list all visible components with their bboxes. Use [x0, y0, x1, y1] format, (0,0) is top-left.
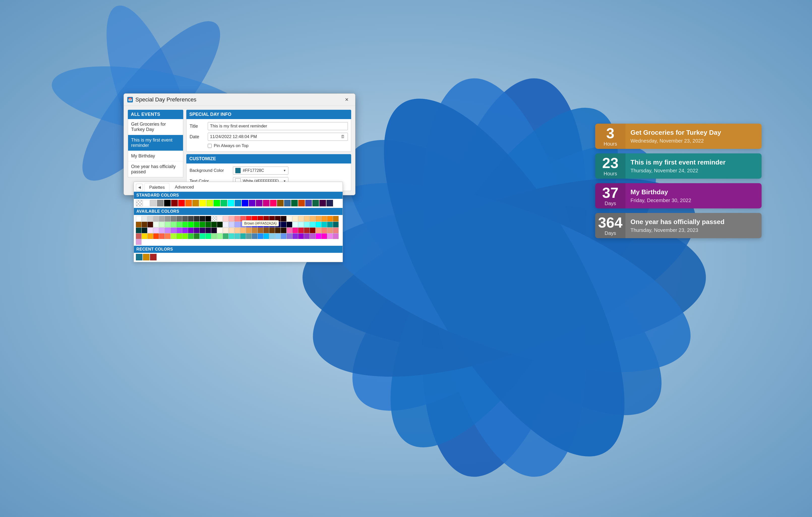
available-color-49[interactable] [217, 222, 223, 227]
color-teal-green[interactable] [312, 200, 319, 207]
available-color-87[interactable] [234, 227, 240, 233]
available-color-53[interactable] [240, 222, 246, 227]
recent-color-3[interactable] [150, 254, 156, 261]
available-color-118[interactable] [211, 234, 217, 239]
available-color-47[interactable] [205, 222, 211, 227]
available-color-13[interactable] [211, 216, 217, 221]
recent-color-2[interactable] [143, 254, 149, 261]
available-color-70[interactable] [136, 227, 141, 233]
available-color-28[interactable] [298, 216, 304, 221]
color-purple[interactable] [256, 200, 262, 207]
available-color-93[interactable] [269, 227, 275, 233]
available-color-25[interactable] [281, 216, 286, 221]
available-color-6[interactable] [171, 216, 176, 221]
available-color-67[interactable] [321, 222, 327, 227]
available-color-130[interactable] [281, 234, 286, 239]
available-color-122[interactable] [234, 234, 240, 239]
available-color-45[interactable] [194, 222, 199, 227]
available-color-117[interactable] [205, 234, 211, 239]
color-red[interactable] [178, 200, 185, 207]
available-color-0[interactable] [136, 216, 141, 221]
available-color-62[interactable] [292, 222, 298, 227]
available-color-27[interactable] [292, 216, 298, 221]
available-color-85[interactable] [223, 227, 228, 233]
available-color-76[interactable] [171, 227, 176, 233]
available-color-32[interactable] [321, 216, 327, 221]
available-color-7[interactable] [176, 216, 182, 221]
available-color-84[interactable] [217, 227, 223, 233]
available-color-138[interactable] [327, 234, 333, 239]
available-color-50[interactable] [223, 222, 228, 227]
available-color-31[interactable] [316, 216, 321, 221]
available-color-8[interactable] [182, 216, 188, 221]
available-color-39[interactable] [159, 222, 165, 227]
available-color-4[interactable] [159, 216, 165, 221]
available-color-41[interactable] [171, 222, 176, 227]
available-color-123[interactable] [240, 234, 246, 239]
color-dark-orange[interactable] [192, 200, 199, 207]
available-color-21[interactable] [258, 216, 263, 221]
color-navy[interactable] [326, 200, 333, 207]
color-lightgray[interactable] [150, 200, 156, 207]
date-input[interactable] [208, 133, 348, 141]
available-color-94[interactable] [275, 227, 281, 233]
available-color-51[interactable] [229, 222, 234, 227]
available-color-73[interactable] [153, 227, 159, 233]
available-color-26[interactable] [287, 216, 292, 221]
available-color-64[interactable] [304, 222, 310, 227]
available-color-89[interactable] [246, 227, 252, 233]
color-dark-green[interactable] [291, 200, 298, 207]
available-color-55[interactable] [252, 222, 257, 227]
available-color-105[interactable] [136, 234, 141, 239]
available-color-109[interactable] [159, 234, 165, 239]
color-steel-blue[interactable] [284, 200, 291, 207]
available-color-12[interactable] [205, 216, 211, 221]
available-color-140[interactable] [136, 239, 141, 245]
color-white[interactable] [143, 200, 149, 207]
available-color-43[interactable] [182, 222, 188, 227]
color-brown[interactable] [277, 200, 284, 207]
available-color-65[interactable] [310, 222, 315, 227]
available-color-97[interactable] [292, 227, 298, 233]
available-color-81[interactable] [200, 227, 205, 233]
color-indigo[interactable] [249, 200, 255, 207]
available-color-120[interactable] [223, 234, 228, 239]
available-color-78[interactable] [182, 227, 188, 233]
available-color-35[interactable] [136, 222, 141, 227]
bg-color-dropdown[interactable]: #FF17728C ▼ [233, 166, 288, 174]
available-color-61[interactable] [287, 222, 292, 227]
available-color-46[interactable] [200, 222, 205, 227]
available-color-90[interactable] [252, 227, 257, 233]
available-color-9[interactable] [188, 216, 194, 221]
available-color-127[interactable] [263, 234, 269, 239]
color-slate-blue[interactable] [305, 200, 312, 207]
available-color-126[interactable] [258, 234, 263, 239]
available-color-96[interactable] [287, 227, 292, 233]
available-color-54[interactable] [246, 222, 252, 227]
available-color-129[interactable] [275, 234, 281, 239]
available-color-137[interactable] [321, 234, 327, 239]
available-color-34[interactable] [333, 216, 339, 221]
available-color-18[interactable] [240, 216, 246, 221]
available-color-128[interactable] [269, 234, 275, 239]
available-color-14[interactable] [217, 216, 223, 221]
available-color-52[interactable] [234, 222, 240, 227]
available-color-23[interactable] [269, 216, 275, 221]
color-yellow-green[interactable] [206, 200, 213, 207]
available-color-57[interactable] [263, 222, 269, 227]
available-color-124[interactable] [246, 234, 252, 239]
available-color-11[interactable] [200, 216, 205, 221]
available-color-135[interactable] [310, 234, 315, 239]
available-color-102[interactable] [321, 227, 327, 233]
available-color-17[interactable] [234, 216, 240, 221]
available-color-86[interactable] [229, 227, 234, 233]
close-button[interactable]: ✕ [342, 96, 352, 104]
color-green-mint[interactable] [221, 200, 227, 207]
color-transparent[interactable] [136, 200, 142, 207]
available-color-121[interactable] [229, 234, 234, 239]
available-color-131[interactable] [287, 234, 292, 239]
available-color-92[interactable] [263, 227, 269, 233]
available-color-113[interactable] [182, 234, 188, 239]
available-color-88[interactable] [240, 227, 246, 233]
available-color-36[interactable] [142, 222, 147, 227]
